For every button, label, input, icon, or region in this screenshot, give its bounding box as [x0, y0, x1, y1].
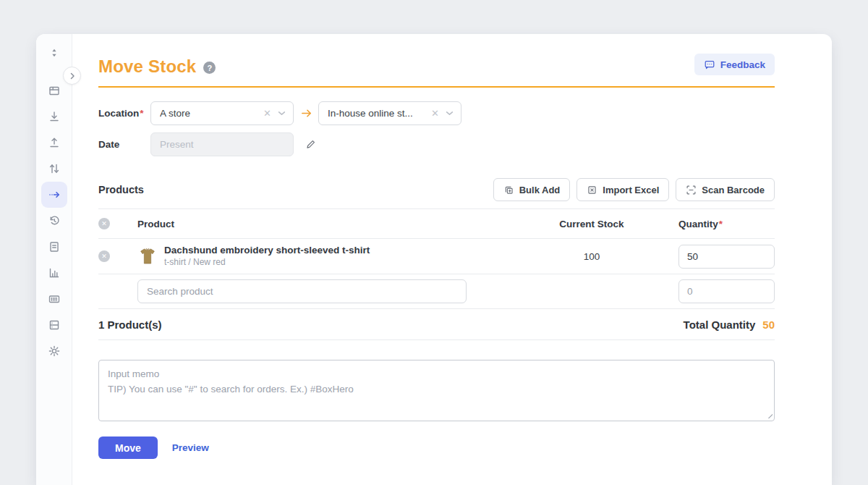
page-title: Move Stock — [98, 56, 196, 77]
adjust-icon[interactable] — [41, 156, 67, 182]
bulk-add-button[interactable]: Bulk Add — [493, 178, 571, 201]
from-location-value: A store — [160, 108, 263, 119]
search-product-input[interactable] — [137, 279, 467, 303]
location-arrow-icon — [294, 107, 318, 119]
date-row: Date — [98, 132, 775, 156]
memo-section — [98, 360, 775, 421]
feedback-chat-icon — [704, 59, 715, 70]
move-form: Location* A store ✕ In-house online st..… — [98, 101, 775, 156]
to-location-select[interactable]: In-house online st... ✕ — [318, 101, 461, 125]
from-location-select[interactable]: A store ✕ — [150, 101, 294, 125]
chevron-down-icon[interactable] — [278, 109, 286, 117]
table-header-row: ✕ Product Current Stock Quantity* — [98, 208, 775, 239]
product-info: Dachshund embroidery short-sleeved t-shi… — [164, 245, 370, 268]
search-row — [98, 274, 775, 309]
feedback-button[interactable]: Feedback — [694, 54, 775, 75]
edit-date-pencil-icon[interactable] — [305, 139, 316, 150]
product-count: 1 Product(s) — [98, 319, 162, 331]
settings-gear-icon[interactable] — [41, 338, 67, 364]
page-header: Move Stock ? Feedback — [98, 34, 775, 88]
main-window: Move Stock ? Feedback Location* A store … — [36, 34, 832, 485]
quantity-column-header: Quantity* — [678, 219, 775, 229]
actions-row: Move Preview — [98, 436, 775, 459]
purchase-sales-icon[interactable] — [41, 234, 67, 260]
import-excel-label: Import Excel — [603, 185, 659, 195]
summary-row: 1 Product(s) Total Quantity 50 — [98, 309, 775, 340]
products-title: Products — [98, 184, 144, 195]
workspace-switcher-icon[interactable] — [41, 44, 67, 62]
chevron-down-icon[interactable] — [446, 109, 454, 117]
preview-link[interactable]: Preview — [172, 442, 209, 453]
scan-icon — [686, 185, 697, 195]
bulk-add-icon — [503, 185, 514, 195]
products-table: ✕ Product Current Stock Quantity* ✕ Dach… — [98, 208, 775, 309]
date-label: Date — [98, 139, 150, 150]
history-icon[interactable] — [41, 208, 67, 234]
move-icon[interactable] — [41, 182, 67, 208]
bulk-add-label: Bulk Add — [519, 185, 561, 195]
to-location-value: In-house online st... — [328, 108, 431, 119]
main-content: Move Stock ? Feedback Location* A store … — [72, 34, 832, 485]
excel-icon — [587, 185, 597, 195]
new-quantity-input[interactable] — [678, 279, 775, 303]
clear-from-location-icon[interactable]: ✕ — [263, 109, 271, 118]
move-button[interactable]: Move — [98, 436, 158, 459]
date-input[interactable] — [150, 132, 294, 156]
clear-to-location-icon[interactable]: ✕ — [431, 109, 439, 118]
location-label: Location* — [98, 108, 150, 119]
table-row: ✕ Dachshund embroidery short-sleeved t-s… — [98, 239, 775, 274]
feedback-label: Feedback — [720, 59, 765, 70]
products-bar: Products Bulk Add Import Excel Scan Barc… — [98, 178, 775, 201]
current-stock-column-header: Current Stock — [534, 219, 650, 229]
remove-row-icon[interactable]: ✕ — [98, 250, 110, 262]
stock-out-icon[interactable] — [41, 130, 67, 156]
stock-in-icon[interactable] — [41, 104, 67, 130]
data-center-icon[interactable] — [41, 312, 67, 338]
location-row: Location* A store ✕ In-house online st..… — [98, 101, 775, 125]
product-name: Dachshund embroidery short-sleeved t-shi… — [164, 245, 370, 257]
import-excel-button[interactable]: Import Excel — [576, 178, 669, 201]
total-quantity-value: 50 — [762, 319, 775, 331]
barcode-label-icon[interactable] — [41, 286, 67, 312]
current-stock-value: 100 — [534, 251, 650, 262]
total-quantity-label: Total Quantity — [684, 319, 756, 331]
product-thumbnail — [137, 245, 158, 267]
scan-barcode-button[interactable]: Scan Barcode — [676, 178, 775, 201]
analytics-icon[interactable] — [41, 260, 67, 286]
memo-textarea[interactable] — [98, 360, 775, 421]
scan-barcode-label: Scan Barcode — [702, 185, 765, 195]
sidebar-expand-button[interactable] — [63, 67, 81, 85]
sidebar — [36, 34, 72, 485]
remove-all-icon[interactable]: ✕ — [98, 218, 110, 229]
required-asterisk: * — [140, 108, 143, 119]
product-column-header: Product — [137, 219, 534, 229]
help-icon[interactable]: ? — [203, 62, 216, 74]
quantity-input[interactable] — [678, 245, 775, 269]
product-attributes: t-shirt / New red — [164, 257, 370, 269]
items-icon[interactable] — [41, 77, 67, 104]
